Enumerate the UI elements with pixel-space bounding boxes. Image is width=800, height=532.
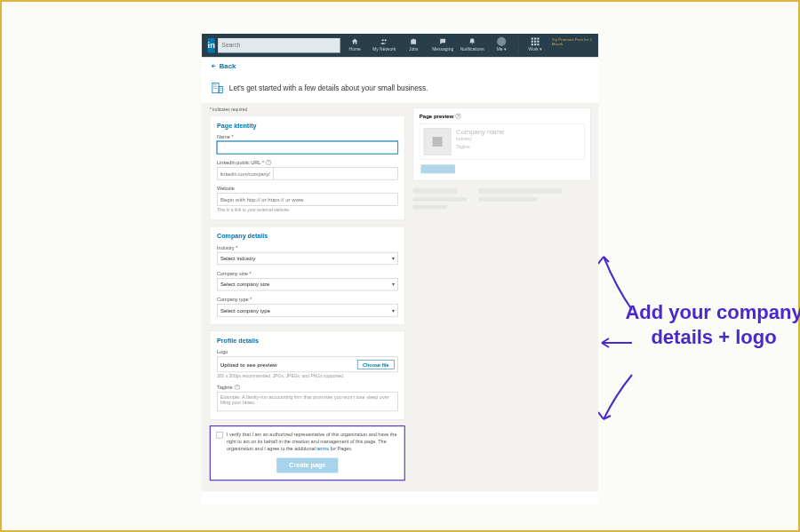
annotation-text: Add your company details + logo xyxy=(625,300,800,349)
page-identity-card: Page identity Name* LinkedIn public URL*… xyxy=(210,115,405,220)
chevron-down-icon: ▾ xyxy=(392,282,395,287)
industry-label: Industry* xyxy=(217,245,397,250)
nav-home[interactable]: Home xyxy=(340,37,370,54)
avatar-icon xyxy=(497,37,506,46)
network-icon xyxy=(380,37,388,45)
messaging-icon xyxy=(439,37,447,45)
grid-icon xyxy=(532,37,540,45)
nav-work[interactable]: Work ▾ xyxy=(521,37,550,54)
info-icon[interactable]: ? xyxy=(235,385,240,390)
annotation-arrow xyxy=(598,371,639,428)
search-input[interactable] xyxy=(218,38,340,53)
website-input[interactable] xyxy=(217,193,397,205)
size-select[interactable]: Select company size▾ xyxy=(217,278,397,290)
svg-point-2 xyxy=(435,139,436,140)
chevron-down-icon: ▾ xyxy=(392,307,395,313)
building-icon xyxy=(210,80,225,95)
size-label: Company size* xyxy=(217,271,397,276)
url-label: LinkedIn public URL*? xyxy=(217,160,397,165)
upload-hint: 300 x 300px recommended. JPGs, JPEGs, an… xyxy=(217,374,397,379)
logo-label: Logo xyxy=(217,349,397,354)
arrow-left-icon xyxy=(210,62,217,69)
terms-link[interactable]: terms xyxy=(316,446,329,451)
search-container xyxy=(218,38,340,53)
website-label: Website xyxy=(217,186,397,191)
home-icon xyxy=(351,37,359,45)
required-note: * indicates required xyxy=(210,107,405,113)
info-icon[interactable]: ? xyxy=(456,113,461,118)
logo-placeholder xyxy=(424,128,452,155)
chevron-down-icon: ▾ xyxy=(392,256,395,261)
svg-rect-1 xyxy=(219,86,222,92)
preview-tagline: Tagline xyxy=(456,145,504,150)
intro-row: Let's get started with a few details abo… xyxy=(202,76,598,103)
nav-notifications[interactable]: Notifications xyxy=(458,37,487,54)
website-hint: This is a link to your external website. xyxy=(217,207,397,212)
create-page-button[interactable]: Create page xyxy=(276,457,339,472)
linkedin-logo[interactable]: in xyxy=(208,38,215,53)
type-select[interactable]: Select company type▾ xyxy=(217,304,397,316)
image-icon xyxy=(430,134,445,149)
nav-messaging[interactable]: Messaging xyxy=(428,37,458,54)
logo-upload[interactable]: Upload to see preview Choose file xyxy=(217,357,397,373)
card-title-details: Company details xyxy=(217,233,397,240)
preview-company-name: Company name xyxy=(456,128,504,136)
verify-text: I verify that I am an authorized represe… xyxy=(227,432,398,452)
annotation-arrow xyxy=(598,251,639,317)
back-bar: Back xyxy=(202,57,598,75)
card-title-profile: Profile details xyxy=(217,337,397,345)
back-button[interactable]: Back xyxy=(210,62,236,70)
company-details-card: Company details Industry* Select industr… xyxy=(210,226,405,325)
name-label: Name* xyxy=(217,134,397,139)
industry-select[interactable]: Select industry▾ xyxy=(217,252,397,265)
info-icon[interactable]: ? xyxy=(266,160,271,165)
annotation-arrow xyxy=(598,336,634,352)
url-prefix: linkedin.com/company/ xyxy=(217,167,273,179)
tagline-input[interactable]: Example: A family-run accounting firm th… xyxy=(217,392,397,411)
follow-placeholder xyxy=(420,164,454,173)
name-input[interactable] xyxy=(217,141,397,154)
url-input[interactable] xyxy=(273,167,397,179)
verify-checkbox[interactable] xyxy=(217,432,223,438)
preview-title: Page preview? xyxy=(420,113,585,119)
bell-icon xyxy=(468,37,476,45)
nav-premium-link[interactable]: Try Premium Free for 1 Month xyxy=(552,37,594,54)
verify-section: I verify that I am an authorized represe… xyxy=(210,425,405,480)
profile-details-card: Profile details Logo Upload to see previ… xyxy=(210,330,405,419)
nav-jobs[interactable]: Jobs xyxy=(399,37,428,54)
page-preview-card: Page preview? Company name Industry Tagl… xyxy=(413,107,591,181)
type-label: Company type* xyxy=(217,297,397,302)
nav-network[interactable]: My Network xyxy=(370,37,399,54)
nav-me[interactable]: Me ▾ xyxy=(487,37,516,54)
jobs-icon xyxy=(410,37,418,45)
intro-text: Let's get started with a few details abo… xyxy=(229,83,428,91)
card-title-identity: Page identity xyxy=(217,122,397,129)
top-nav: in Home My Network Jobs Messaging Notifi… xyxy=(202,34,598,57)
preview-skeleton xyxy=(413,188,591,213)
choose-file-button[interactable]: Choose file xyxy=(357,360,395,369)
preview-industry: Industry xyxy=(456,137,504,142)
tagline-label: Tagline? xyxy=(217,385,397,390)
